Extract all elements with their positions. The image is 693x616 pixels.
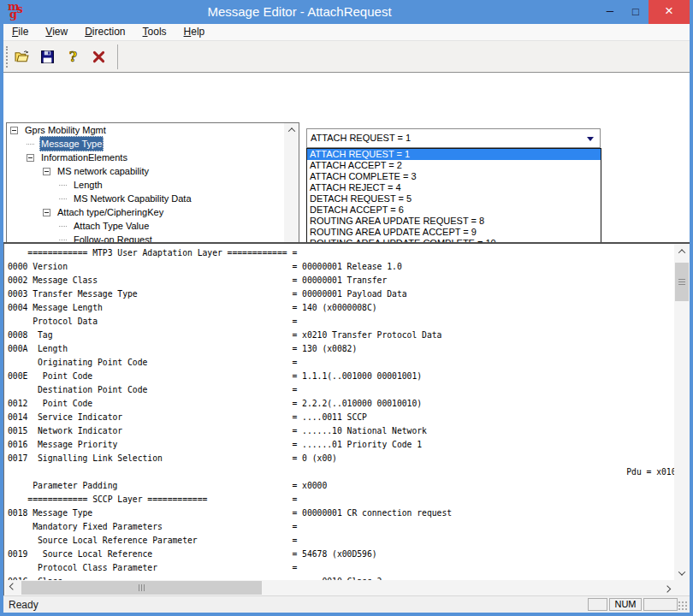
tree-item-ms-network-capability[interactable]: MS network capability [7,164,284,178]
window-title: Message Editor - AttachRequest [0,0,599,24]
tree-item-length[interactable]: Length [7,178,284,192]
toolbar: ? [3,41,690,73]
toolbar-gripper[interactable] [6,46,9,68]
dump-vscrollbar-thumb[interactable] [675,263,689,301]
menu-item-view[interactable]: View [37,24,76,41]
tree-item-attach-type-value[interactable]: Attach Type Value [7,219,284,233]
chevron-left-icon [9,583,15,589]
close-button[interactable]: × [649,0,690,24]
chevron-up-icon [678,249,685,256]
status-panel-1 [588,598,607,611]
dropdown-item-detach-accept-6[interactable]: DETACH ACCEPT = 6 [307,204,601,216]
menubar: FileViewDirectionToolsHelp [3,24,690,41]
expander-minus-icon[interactable] [10,127,18,134]
scrollbar-corner [674,580,690,595]
dump-scroll-down-button[interactable] [674,566,690,580]
dump-horizontal-scrollbar[interactable] [5,580,674,595]
toolbar-separator [117,44,118,69]
thumb-grip-icon [678,279,685,286]
dump-vertical-scrollbar[interactable] [674,244,690,580]
statusbar: Ready NUM [3,595,690,613]
svg-text:?: ? [68,50,76,64]
menu-item-direction[interactable]: Direction [76,24,133,41]
tree-item-message-type[interactable]: Message Type [7,137,284,151]
help-button[interactable]: ? [62,45,84,68]
combobox-value: ATTACH REQUEST = 1 [311,129,581,147]
upper-pane: Gprs Mobility MgmtMessage TypeInformatio… [3,73,690,242]
dropdown-item-routing-area-update-accept-9[interactable]: ROUTING AREA UPDATE ACCEPT = 9 [307,227,601,238]
expander-minus-icon[interactable] [43,168,50,175]
open-button[interactable] [10,45,33,68]
maximize-button[interactable]: □ [623,0,649,24]
tree-item-gprs-mobility-mgmt[interactable]: Gprs Mobility Mgmt [7,123,284,137]
expander-minus-icon[interactable] [27,154,34,162]
delete-button[interactable] [87,45,110,68]
message-type-combobox[interactable]: ATTACH REQUEST = 1 [306,128,601,148]
status-text: Ready [9,599,38,611]
status-panel-2 [643,598,678,611]
save-button[interactable] [36,45,58,68]
tree-connector [59,240,67,240]
dump-hscrollbar-thumb[interactable] [21,581,262,595]
folder-open-icon [15,50,29,64]
close-icon: × [665,3,673,19]
dump-scroll-left-button[interactable] [5,580,20,595]
menu-item-file[interactable]: File [3,24,37,41]
menu-item-help[interactable]: Help [175,24,214,41]
status-panel-num: NUM [609,598,642,611]
tree-connector [59,185,67,186]
message-dump: ============ MTP3 User Adaptation Layer … [5,244,674,580]
dump-scroll-up-button[interactable] [674,244,690,258]
tree-connector [59,198,67,199]
dropdown-item-attach-complete-3[interactable]: ATTACH COMPLETE = 3 [307,171,601,182]
tree-connector [27,144,34,145]
tree-connector [59,226,67,227]
dropdown-item-routing-area-update-request-8[interactable]: ROUTING AREA UPDATE REQUEST = 8 [307,216,601,227]
floppy-disk-icon [40,50,55,64]
app-window: m g s Message Editor - AttachRequest – □… [0,0,693,616]
dropdown-item-attach-request-1[interactable]: ATTACH REQUEST = 1 [307,149,601,160]
expander-minus-icon[interactable] [43,209,50,216]
chevron-down-icon [678,568,685,575]
dump-scroll-right-button[interactable] [660,580,674,595]
red-x-icon [92,50,106,64]
tree-item-informationelements[interactable]: InformationElements [7,151,284,164]
menu-item-tools[interactable]: Tools [134,24,175,41]
minimize-icon: – [607,3,613,17]
combobox-dropdown-arrow-icon[interactable] [587,137,594,141]
tree-scroll-up-button[interactable] [284,123,299,137]
message-dump-pane: ============ MTP3 User Adaptation Layer … [3,244,690,595]
resize-grip-icon[interactable] [677,600,688,611]
maximize-icon: □ [632,5,639,18]
dropdown-item-attach-accept-2[interactable]: ATTACH ACCEPT = 2 [307,160,601,171]
chevron-up-icon [287,127,294,134]
dropdown-item-detach-request-5[interactable]: DETACH REQUEST = 5 [307,193,601,204]
minimize-button[interactable]: – [597,0,623,24]
dropdown-item-attach-reject-4[interactable]: ATTACH REJECT = 4 [307,182,601,193]
tree-item-ms-network-capability-data[interactable]: MS Network Capability Data [7,192,284,205]
tree-item-attach-type-cipheringkey[interactable]: Attach type/CipheringKey [7,205,284,219]
client-area: FileViewDirectionToolsHelp [3,24,690,613]
chevron-right-icon [663,585,670,592]
question-mark-icon: ? [66,50,80,64]
thumb-grip-icon [139,584,145,591]
titlebar: m g s Message Editor - AttachRequest – □… [0,0,693,24]
